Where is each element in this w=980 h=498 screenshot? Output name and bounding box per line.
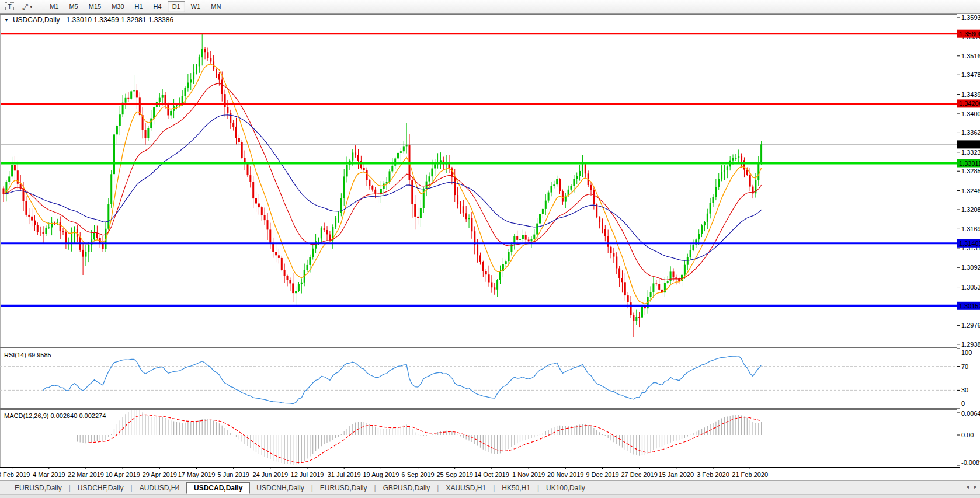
date-axis: 13 Feb 20194 Mar 201922 Mar 201910 Apr 2…: [0, 467, 768, 478]
svg-text:1 Nov 2019: 1 Nov 2019: [512, 471, 545, 478]
tf-button-h1[interactable]: H1: [130, 1, 148, 12]
chart-area: 1.359301.355401.351601.347801.343901.340…: [0, 14, 980, 480]
tf-button-w1[interactable]: W1: [186, 1, 206, 12]
svg-text:1.30530: 1.30530: [961, 284, 980, 291]
svg-text:22 Mar 2019: 22 Mar 2019: [68, 471, 104, 478]
moving-average-8: [4, 64, 762, 304]
svg-text:1.33230: 1.33230: [961, 149, 980, 156]
svg-text:25 Sep 2019: 25 Sep 2019: [437, 471, 473, 478]
tf-button-m1[interactable]: M1: [45, 1, 63, 12]
svg-text:14 Oct 2019: 14 Oct 2019: [474, 471, 509, 478]
svg-text:1.35160: 1.35160: [961, 53, 980, 60]
svg-text:1.34780: 1.34780: [961, 71, 980, 78]
tf-button-mn[interactable]: MN: [206, 1, 225, 12]
tf-button-h4[interactable]: H4: [149, 1, 166, 12]
svg-text:13 Feb 2019: 13 Feb 2019: [0, 471, 30, 478]
tab-gbpusd-daily[interactable]: GBPUSD,Daily: [377, 482, 437, 494]
status-strip: [0, 494, 980, 498]
tab-usdcnh-daily[interactable]: USDCNH,Daily: [250, 482, 310, 494]
svg-text:0: 0: [961, 400, 965, 407]
svg-text:1.33386: 1.33386: [959, 141, 980, 148]
tf-button-m5[interactable]: M5: [64, 1, 82, 12]
svg-text:1.30152: 1.30152: [959, 302, 980, 309]
tab-scroll-controls: ◂ ▸: [966, 483, 977, 490]
svg-text:70: 70: [961, 363, 968, 370]
tab-hk50-h1[interactable]: HK50,H1: [495, 482, 537, 494]
svg-text:1.32460: 1.32460: [961, 187, 980, 194]
tab-eurusd-daily[interactable]: EURUSD,Daily: [314, 482, 374, 494]
svg-text:1.34000: 1.34000: [961, 110, 980, 117]
svg-text:1.35606: 1.35606: [959, 30, 980, 37]
chart-tabs: EURUSD,Daily|USDCHF,Daily|AUDUSD,H4USDCA…: [8, 481, 592, 495]
svg-text:-0.00898: -0.00898: [961, 459, 980, 466]
svg-text:31 Jul 2019: 31 Jul 2019: [328, 471, 361, 478]
svg-text:1.31405: 1.31405: [959, 240, 980, 247]
timeframe-button-group: M1M5M15M30H1H4D1W1MN: [44, 0, 226, 13]
svg-text:19 Aug 2019: 19 Aug 2019: [363, 471, 399, 478]
svg-text:0.00: 0.00: [961, 431, 974, 438]
svg-text:17 May 2019: 17 May 2019: [178, 471, 216, 478]
svg-text:5 Jun 2019: 5 Jun 2019: [217, 471, 249, 478]
tab-usdchf-daily[interactable]: USDCHF,Daily: [71, 482, 130, 494]
svg-text:10 Apr 2019: 10 Apr 2019: [105, 471, 140, 478]
tab-audusd-h4[interactable]: AUDUSD,H4: [133, 482, 186, 494]
tf-button-m15[interactable]: M15: [84, 1, 106, 12]
toolbar-separator: [40, 2, 41, 12]
svg-text:29 Apr 2019: 29 Apr 2019: [143, 471, 177, 478]
chart-ohlc-values: 1.33010 1.33459 1.32981 1.33386: [67, 16, 174, 24]
svg-text:21 Feb 2020: 21 Feb 2020: [732, 471, 768, 478]
svg-text:1.32080: 1.32080: [961, 206, 980, 213]
svg-text:6 Sep 2019: 6 Sep 2019: [401, 471, 434, 478]
rsi-line: [43, 356, 762, 404]
svg-text:12 Jul 2019: 12 Jul 2019: [291, 471, 324, 478]
chart-tab-bar: EURUSD,Daily|USDCHF,Daily|AUDUSD,H4USDCA…: [0, 480, 980, 495]
svg-text:1.34390: 1.34390: [961, 91, 980, 98]
chart-title-overlay: ▼ USDCAD,Daily 1.33010 1.33459 1.32981 1…: [4, 16, 173, 24]
text-tool-button[interactable]: T: [2, 1, 17, 13]
tab-scroll-right-icon[interactable]: ▸: [974, 483, 977, 490]
rsi-indicator-label: RSI(14) 69.9585: [4, 351, 51, 358]
price-axis: 1.359301.355401.351601.347801.343901.340…: [957, 14, 980, 348]
svg-text:1.29380: 1.29380: [961, 341, 980, 348]
svg-text:1.32850: 1.32850: [961, 168, 980, 175]
macd-indicator-label: MACD(12,26,9) 0.002640 0.002274: [4, 412, 106, 419]
tab-usdcad-daily[interactable]: USDCAD,Daily: [186, 482, 250, 494]
svg-text:3 Feb 2020: 3 Feb 2020: [697, 471, 729, 478]
symbol-dropdown-icon[interactable]: ▼: [4, 18, 9, 23]
chart-symbol-label: USDCAD,Daily: [13, 16, 60, 24]
svg-text:1.30920: 1.30920: [961, 264, 980, 271]
svg-text:0.006448: 0.006448: [961, 410, 980, 417]
svg-text:1.33620: 1.33620: [961, 129, 980, 136]
svg-text:1.29760: 1.29760: [961, 322, 980, 329]
dropdown-caret-icon: ▾: [30, 4, 32, 9]
chart-canvas[interactable]: 1.359301.355401.351601.347801.343901.340…: [0, 14, 980, 483]
svg-text:27 Dec 2019: 27 Dec 2019: [621, 471, 657, 478]
cursor-tool-button[interactable]: ⤢ ▾: [19, 1, 35, 13]
svg-text:30: 30: [961, 386, 968, 393]
svg-text:4 Mar 2019: 4 Mar 2019: [33, 471, 65, 478]
main-toolbar: T ⤢ ▾ M1M5M15M30H1H4D1W1MN: [0, 0, 980, 14]
tab-xauusd-h1[interactable]: XAUUSD,H1: [439, 482, 492, 494]
svg-text:1.34206: 1.34206: [959, 100, 980, 107]
svg-text:1.35930: 1.35930: [961, 14, 980, 21]
tf-button-d1[interactable]: D1: [168, 1, 185, 12]
macd-signal-line: [89, 415, 762, 462]
tab-uk100-daily[interactable]: UK100,Daily: [540, 482, 592, 494]
macd-histogram: [77, 410, 761, 465]
cursor-arrows-icon: ⤢: [22, 2, 28, 11]
toolbar-separator: [231, 2, 232, 12]
svg-text:9 Dec 2019: 9 Dec 2019: [586, 471, 618, 478]
svg-text:24 Jun 2019: 24 Jun 2019: [253, 471, 289, 478]
mt4-window: T ⤢ ▾ M1M5M15M30H1H4D1W1MN 1.359301.3554…: [0, 0, 980, 498]
tab-eurusd-daily[interactable]: EURUSD,Daily: [8, 482, 68, 494]
svg-text:1.33011: 1.33011: [959, 160, 980, 167]
tab-scroll-left-icon[interactable]: ◂: [966, 483, 969, 490]
horizontal-level-lines[interactable]: [0, 34, 957, 306]
svg-text:100: 100: [961, 349, 972, 356]
text-tool-icon: T: [5, 2, 14, 11]
svg-text:15 Jan 2020: 15 Jan 2020: [659, 471, 694, 478]
svg-text:1.31690: 1.31690: [961, 225, 980, 232]
svg-text:20 Nov 2019: 20 Nov 2019: [547, 471, 583, 478]
tf-button-m30[interactable]: M30: [107, 1, 128, 12]
